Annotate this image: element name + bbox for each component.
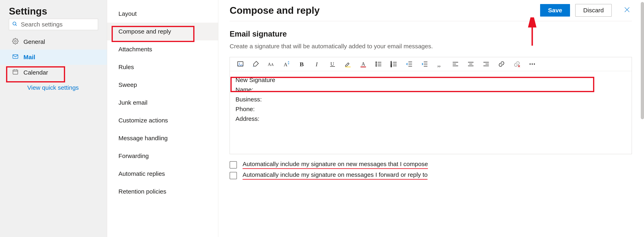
svg-text:B: B [300, 61, 304, 68]
svg-rect-4 [13, 70, 18, 74]
svg-point-26 [376, 66, 377, 66]
view-quick-settings-link[interactable]: View quick settings [0, 80, 107, 91]
font-color-icon[interactable]: A [360, 60, 367, 68]
section-title: Email signature [230, 30, 632, 38]
discard-button[interactable]: Discard [575, 4, 612, 16]
signature-line: New Signature [236, 75, 626, 85]
svg-text:A: A [268, 62, 271, 67]
svg-point-54 [530, 64, 531, 65]
svg-text:A: A [271, 63, 274, 67]
subnav-junk-email[interactable]: Junk email [107, 94, 218, 112]
editor-toolbar: AA A B I U A [230, 57, 632, 71]
sidebar-item-mail[interactable]: Mail [0, 50, 107, 65]
remove-link-icon[interactable] [513, 60, 520, 68]
page-title: Compose and reply [230, 5, 320, 16]
main-pane: Compose and reply Save Discard Email sig… [218, 0, 644, 237]
svg-text:A: A [284, 62, 288, 68]
sidebar-item-calendar[interactable]: Calendar [0, 65, 107, 80]
search-icon [12, 21, 20, 28]
align-center-icon[interactable] [467, 60, 474, 68]
svg-point-0 [13, 22, 16, 25]
sidebar-item-general[interactable]: General [0, 34, 107, 50]
signature-line: Phone: [236, 104, 626, 114]
settings-panel: Settings General [0, 0, 107, 237]
close-icon [624, 6, 630, 14]
align-right-icon[interactable] [482, 60, 490, 68]
mail-settings-list: Layout Compose and reply Attachments Rul… [107, 0, 218, 237]
subnav-retention-policies[interactable]: Retention policies [107, 183, 218, 200]
insert-link-icon[interactable] [498, 60, 505, 68]
subnav-message-handling[interactable]: Message handling [107, 129, 218, 147]
checkbox-label: Automatically include my signature on ne… [242, 161, 428, 169]
subnav-layout[interactable]: Layout [107, 5, 218, 23]
svg-point-24 [376, 62, 377, 63]
svg-rect-21 [345, 66, 351, 68]
signature-textarea[interactable]: New Signature Name: Business: Phone: Add… [230, 71, 632, 154]
subnav-compose-and-reply[interactable]: Compose and reply [107, 23, 218, 40]
indent-icon[interactable] [421, 60, 428, 68]
font-name-icon[interactable]: AA [268, 60, 275, 68]
svg-text:U: U [330, 61, 334, 67]
bullet-list-icon[interactable] [375, 60, 382, 68]
svg-text:I: I [316, 61, 318, 68]
signature-editor: AA A B I U A [230, 57, 632, 154]
subnav-sweep[interactable]: Sweep [107, 76, 218, 94]
checkbox-include-new[interactable] [230, 161, 237, 168]
highlight-icon[interactable] [344, 60, 352, 68]
svg-point-13 [239, 63, 240, 64]
svg-point-55 [532, 64, 533, 65]
bold-icon[interactable]: B [298, 60, 306, 68]
subnav-customize-actions[interactable]: Customize actions [107, 112, 218, 129]
subnav-attachments[interactable]: Attachments [107, 40, 218, 58]
align-left-icon[interactable] [452, 60, 459, 68]
scrollbar[interactable] [641, 2, 644, 119]
save-button[interactable]: Save [540, 4, 570, 16]
subnav-forwarding[interactable]: Forwarding [107, 147, 218, 165]
section-description: Create a signature that will be automati… [230, 43, 632, 50]
font-size-icon[interactable]: A [283, 60, 290, 68]
svg-text:3: 3 [391, 65, 392, 68]
close-button[interactable] [622, 6, 632, 15]
svg-text:A: A [362, 61, 365, 67]
search-input[interactable] [20, 21, 98, 28]
italic-icon[interactable]: I [314, 60, 321, 68]
signature-line: Address: [236, 114, 626, 124]
checkbox-include-reply[interactable] [230, 172, 237, 179]
underline-icon[interactable]: U [329, 60, 336, 68]
gear-icon [12, 38, 18, 46]
svg-point-25 [376, 64, 377, 65]
checkbox-label: Automatically include my signature on me… [242, 171, 428, 180]
category-list: General Mail [0, 34, 107, 91]
subnav-automatic-replies[interactable]: Automatic replies [107, 165, 218, 183]
search-input-wrapper[interactable] [9, 19, 98, 30]
svg-rect-23 [360, 66, 366, 68]
calendar-icon [12, 69, 18, 76]
signature-line: Name: [236, 85, 626, 94]
svg-line-1 [16, 24, 17, 26]
outdent-icon[interactable] [406, 60, 413, 68]
subnav-rules[interactable]: Rules [107, 58, 218, 76]
more-options-icon[interactable] [528, 60, 536, 68]
quote-icon[interactable]: ,, [436, 60, 444, 68]
mail-icon [12, 53, 18, 61]
svg-point-56 [534, 64, 535, 65]
sidebar-item-label: General [24, 38, 45, 45]
format-painter-icon[interactable] [252, 60, 259, 68]
signature-line: Business: [236, 94, 626, 104]
sidebar-item-label: Calendar [24, 69, 48, 76]
svg-text:,,: ,, [438, 60, 441, 68]
svg-rect-3 [13, 54, 18, 58]
insert-image-icon[interactable] [237, 60, 244, 68]
number-list-icon[interactable]: 123 [390, 60, 398, 68]
svg-point-2 [14, 40, 16, 42]
sidebar-item-label: Mail [24, 54, 35, 60]
settings-title: Settings [0, 6, 107, 19]
